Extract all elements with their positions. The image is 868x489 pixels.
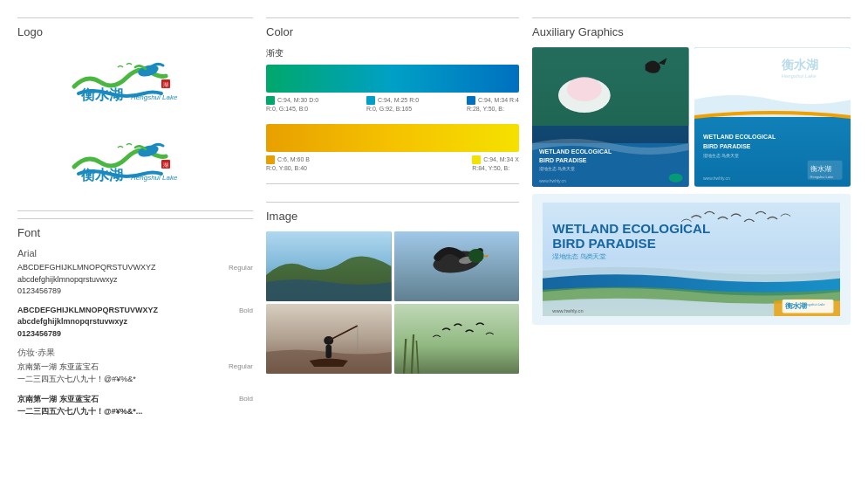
logo-divider [17,210,253,211]
gradient-blue-green-wrapper: C:94, M:30 D:0 R:0, G:145, B:0 C:94, M:2… [266,65,519,114]
color-value-blue: C:94, M:34 R:4 [478,96,519,105]
svg-point-27 [567,77,602,101]
color-swatch-yellow [472,155,481,164]
color-info-4: C:6, M:60 B R:0, Y:80, B:40 [266,155,310,173]
color-rgb-cyan: R:0, G:92, B:165 [366,105,419,114]
svg-text:WETLAND ECOLOGICAL: WETLAND ECOLOGICAL [552,222,710,235]
svg-text:BIRD PARADISE: BIRD PARADISE [539,157,587,163]
font-chinese-bold-line1: 京南第一湖 东亚蓝宝石 [17,393,239,405]
aux-card-left: WETLAND ECOLOGICAL BIRD PARADISE 湿地生态 鸟类… [532,47,689,187]
auxiliary-section: Auxiliary Graphics [532,17,851,325]
color-value-yellow: C:94, M:34 X [483,155,519,164]
svg-text:Hengshui Lake: Hengshui Lake [131,174,178,182]
color-section: Color 渐变 C:94, M:30 D:0 R:0, G:145, B:0 [266,17,519,173]
font-arial-regular-label: Regular [229,264,253,272]
gradient-orange-yellow-wrapper: C:6, M:60 B R:0, Y:80, B:40 C:94, M:34 X… [266,124,519,173]
svg-text:www.hwhly.cn: www.hwhly.cn [702,176,729,181]
image-lake [266,231,392,301]
color-info-3: C:94, M:34 R:4 R:28, Y:50, B: [467,96,519,114]
color-swatch-cyan [366,96,375,105]
font-arial-bold-row: ABCDEFGHIJKLMNOPQRSTUVWXYZ abcdefghijklm… [17,305,253,341]
svg-text:Hengshui Lake: Hengshui Lake [781,73,817,79]
color-info-1: C:94, M:30 D:0 R:0, G:145, B:0 [266,96,318,114]
font-arial-regular-num: 0123456789 [17,286,229,298]
color-value-green: C:94, M:30 D:0 [277,96,318,105]
aux-card-left-svg: WETLAND ECOLOGICAL BIRD PARADISE 湿地生态 鸟类… [532,47,689,187]
color-info-2: C:94, M:25 R:0 R:0, G:92, B:165 [366,96,419,114]
aux-card-right-svg: 衡水湖 Hengshui Lake WETLAND ECOLOGICAL BIR… [694,47,851,187]
gradient-orange-yellow-bar [266,124,519,152]
color-gradient-label: 渐变 [266,47,519,59]
main-page: Logo [0,0,868,489]
font-arial-regular-content: ABCDEFGHIJKLMNOPQRSTUVWXYZ abcdefghijklm… [17,262,229,298]
font-chinese-name: 仿妆·赤果 [17,347,253,359]
svg-point-14 [468,249,483,263]
logo-section: Logo [17,17,253,211]
font-chinese-regular-label: Regular [229,362,253,370]
color-value-orange: C:6, M:60 B [277,155,310,164]
color-rgb-orange: R:0, Y:80, B:40 [266,164,310,173]
svg-rect-17 [325,345,331,358]
color-swatch-blue [467,96,475,105]
color-rgb-green: R:0, G:145, B:0 [266,105,318,114]
svg-text:湿地生态 鸟类天堂: 湿地生态 鸟类天堂 [552,252,605,260]
color-divider [266,183,519,184]
color-swatch-green [266,96,275,105]
font-chinese-bold-line2: 一二三四五六七八九十！@#¥%&*... [17,405,239,417]
svg-text:湿地生态 鸟类天堂: 湿地生态 鸟类天堂 [539,166,575,171]
logo-variant-1: 湖 衡水湖 Hengshui Lake [57,47,214,117]
font-section: Font Arial ABCDEFGHIJKLMNOPQRSTUVWXYZ ab… [17,218,253,418]
aux-card-right: 衡水湖 Hengshui Lake WETLAND ECOLOGICAL BIR… [694,47,851,187]
color-info-blue-green: C:94, M:30 D:0 R:0, G:145, B:0 C:94, M:2… [266,96,519,114]
auxiliary-title: Auxiliary Graphics [532,17,851,38]
font-arial-bold-label: Bold [239,306,253,314]
font-arial-bold-upper: ABCDEFGHIJKLMNOPQRSTUVWXYZ [17,305,239,317]
color-rgb-yellow: R:84, Y:50, B: [472,164,519,173]
font-chinese-bold-label: Bold [239,395,253,403]
font-chinese-regular-line1: 京南第一湖 东亚蓝宝石 [17,361,229,373]
font-chinese-regular-line2: 一二三四五六七八九十！@#¥%&* [17,373,229,385]
image-title: Image [266,202,519,223]
column-left: Logo [17,17,253,480]
font-arial-name: Arial [17,248,253,258]
svg-text:BIRD PARADISE: BIRD PARADISE [702,143,750,149]
aux-cards-top: WETLAND ECOLOGICAL BIRD PARADISE 湿地生态 鸟类… [532,47,851,187]
image-lake-svg [266,231,392,301]
color-rgb-blue: R:28, Y:50, B: [467,105,519,114]
svg-text:衡水湖: 衡水湖 [810,165,830,173]
color-swatch-orange [266,155,275,164]
color-info-orange-yellow: C:6, M:60 B R:0, Y:80, B:40 C:94, M:34 X… [266,155,519,173]
svg-text:衡水湖: 衡水湖 [80,168,123,183]
image-duck-svg [394,231,520,301]
image-person [266,304,392,374]
svg-text:www.hwhly.cn: www.hwhly.cn [551,308,583,313]
svg-text:Hengshui Lake: Hengshui Lake [131,93,178,101]
logo-title: Logo [17,17,253,38]
svg-text:湖: 湖 [163,82,168,87]
aux-banner: WETLAND ECOLOGICAL BIRD PARADISE 湿地生态 鸟类… [532,194,851,325]
font-arial-bold-lower: abcdefghijklmnopqrstuvwxyz [17,316,239,328]
font-arial-regular-upper: ABCDEFGHIJKLMNOPQRSTUVWXYZ [17,262,229,274]
aux-banner-svg: WETLAND ECOLOGICAL BIRD PARADISE 湿地生态 鸟类… [543,203,840,316]
image-person-svg [266,304,392,374]
color-title: Color [266,17,519,38]
image-birds-svg [394,304,520,374]
color-value-cyan: C:94, M:25 R:0 [378,96,419,105]
font-chinese-bold-content: 京南第一湖 东亚蓝宝石 一二三四五六七八九十！@#¥%&*... [17,393,239,418]
column-right: Auxiliary Graphics [532,17,851,480]
image-duck [394,231,520,301]
gradient-blue-green-bar [266,65,519,93]
image-grid [266,231,519,374]
svg-text:WETLAND ECOLOGICAL: WETLAND ECOLOGICAL [539,148,612,155]
font-arial-regular-row: ABCDEFGHIJKLMNOPQRSTUVWXYZ abcdefghijklm… [17,262,253,298]
svg-text:BIRD PARADISE: BIRD PARADISE [552,238,656,251]
svg-text:Hengshui Lake: Hengshui Lake [810,175,833,179]
svg-text:www.hwhly.cn: www.hwhly.cn [539,178,566,183]
svg-text:衡水湖: 衡水湖 [80,87,123,102]
logo-svg-1: 湖 衡水湖 Hengshui Lake [65,59,205,107]
logo-area: 湖 衡水湖 Hengshui Lake [17,47,253,197]
image-section: Image [266,202,519,374]
font-chinese-bold-row: 京南第一湖 东亚蓝宝石 一二三四五六七八九十！@#¥%&*... Bold [17,393,253,418]
font-arial-bold-content: ABCDEFGHIJKLMNOPQRSTUVWXYZ abcdefghijklm… [17,305,239,341]
svg-text:衡水湖: 衡水湖 [780,58,817,72]
